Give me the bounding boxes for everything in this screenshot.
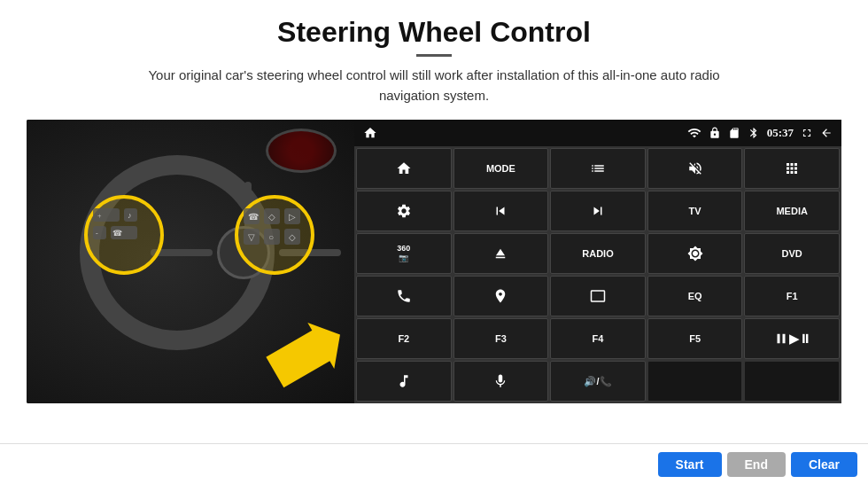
svg-text:◇: ◇ <box>268 212 275 222</box>
next-button[interactable] <box>550 191 646 231</box>
content-area: + ♪ - ☎ ☎ ◇ ▷ ▽ ○ <box>27 120 841 403</box>
list-button[interactable] <box>550 148 646 189</box>
tv-button[interactable]: TV <box>647 191 743 231</box>
clear-button[interactable]: Clear <box>791 452 857 477</box>
svg-text:▷: ▷ <box>289 212 296 222</box>
svg-text:☎: ☎ <box>248 212 259 222</box>
microphone-button[interactable] <box>453 361 549 402</box>
vol-phone-button[interactable]: 🔊/📞 <box>550 361 646 402</box>
media-button[interactable]: MEDIA <box>744 191 840 231</box>
svg-text:+: + <box>97 212 102 220</box>
fullscreen-icon <box>801 127 813 139</box>
status-right: 05:37 <box>687 126 833 140</box>
sd-card-icon <box>728 127 740 139</box>
svg-text:◇: ◇ <box>289 232 296 242</box>
brightness-button[interactable] <box>647 233 743 274</box>
page-wrapper: Steering Wheel Control Your original car… <box>0 0 868 484</box>
f1-button[interactable]: F1 <box>744 276 840 316</box>
f4-button[interactable]: F4 <box>550 318 646 359</box>
status-time: 05:37 <box>767 126 794 140</box>
title-underline <box>416 54 452 57</box>
svg-text:☎: ☎ <box>112 229 122 238</box>
page-subtitle: Your original car's steering wheel contr… <box>133 66 735 105</box>
bottom-bar: Start End Clear <box>0 443 868 484</box>
eq-button[interactable]: EQ <box>647 276 743 316</box>
yellow-arrow <box>261 319 350 390</box>
status-left <box>363 126 377 140</box>
svg-text:○: ○ <box>268 232 274 242</box>
steering-wheel-image: + ♪ - ☎ ☎ ◇ ▷ ▽ ○ <box>27 120 354 403</box>
status-bar: 05:37 <box>354 120 841 146</box>
home-status-icon <box>363 126 377 140</box>
page-title: Steering Wheel Control <box>277 16 591 49</box>
prev-button[interactable] <box>453 191 549 231</box>
end-button[interactable]: End <box>727 452 786 477</box>
f3-button[interactable]: F3 <box>453 318 549 359</box>
navigation-button[interactable] <box>453 276 549 316</box>
mode-button[interactable]: MODE <box>453 148 549 189</box>
dashboard-gauge <box>266 129 337 173</box>
apps-button[interactable] <box>744 148 840 189</box>
empty-btn-2 <box>744 361 840 402</box>
f5-button[interactable]: F5 <box>647 318 743 359</box>
svg-text:▽: ▽ <box>248 232 255 242</box>
control-panel: 05:37 MODE <box>354 120 841 403</box>
screen-button[interactable] <box>550 276 646 316</box>
svg-text:-: - <box>96 230 98 238</box>
eject-button[interactable] <box>453 233 549 274</box>
empty-btn-1 <box>647 361 743 402</box>
music-button[interactable] <box>356 361 452 402</box>
svg-marker-20 <box>261 319 350 390</box>
playpause-button[interactable]: ▶⏸ <box>744 318 840 359</box>
dvd-button[interactable]: DVD <box>744 233 840 274</box>
f2-button[interactable]: F2 <box>356 318 452 359</box>
back-icon <box>820 127 833 139</box>
lock-icon <box>709 127 721 139</box>
radio-button[interactable]: RADIO <box>550 233 646 274</box>
settings-button[interactable] <box>356 191 452 231</box>
home-button[interactable] <box>356 148 452 189</box>
cam360-button[interactable]: 360📷 <box>356 233 452 274</box>
start-button[interactable]: Start <box>658 452 722 477</box>
mute-button[interactable] <box>647 148 743 189</box>
button-grid: MODE <box>354 146 841 403</box>
wifi-icon <box>687 126 701 140</box>
svg-text:♪: ♪ <box>128 211 132 220</box>
phone-button[interactable] <box>356 276 452 316</box>
left-buttons-svg: + ♪ - ☎ <box>89 204 164 275</box>
bluetooth-icon <box>748 127 760 139</box>
right-buttons-svg: ☎ ◇ ▷ ▽ ○ ◇ <box>239 204 314 275</box>
